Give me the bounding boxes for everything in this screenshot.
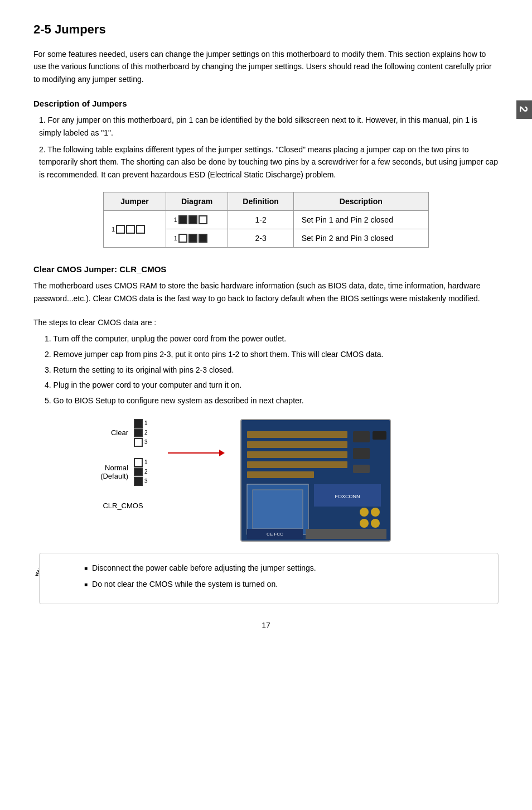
diagram-cell-12: 1 xyxy=(166,211,228,229)
col-diagram: Diagram xyxy=(166,192,228,211)
page-number: 17 xyxy=(33,621,499,630)
section-tab: 2 xyxy=(516,100,532,119)
clear-pin3 xyxy=(134,438,143,447)
clr-cmos-diagram-label: CLR_CMOS xyxy=(95,502,151,510)
svg-rect-3 xyxy=(247,451,347,458)
clr-cmos-section: Clear CMOS Jumper: CLR_CMOS The motherbo… xyxy=(33,264,499,408)
svg-rect-11 xyxy=(353,448,370,459)
svg-point-17 xyxy=(371,519,380,528)
warning-box: Disconnect the power cable before adjust… xyxy=(39,553,499,604)
definition-23: 2-3 xyxy=(228,229,293,248)
description-title: Description of Jumpers xyxy=(33,99,499,108)
normal-pin2 xyxy=(134,467,143,476)
arrow-line xyxy=(168,452,224,454)
svg-point-16 xyxy=(360,519,369,528)
clear-label: Clear xyxy=(78,428,128,437)
description-item1: 1. For any jumper on this motherboard, p… xyxy=(39,114,499,139)
svg-rect-12 xyxy=(353,465,370,473)
clear-pin1 xyxy=(134,419,143,428)
clr-cmos-intro: The motherboard uses CMOS RAM to store t… xyxy=(33,279,499,305)
description-12: Set Pin 1 and Pin 2 closed xyxy=(293,211,428,229)
svg-text:FOXCONN: FOXCONN xyxy=(335,494,360,499)
svg-text:CE FCC: CE FCC xyxy=(267,532,283,537)
warning-list: Disconnect the power cable before adjust… xyxy=(84,562,487,590)
clear-diagram: Clear 1 2 3 xyxy=(78,419,151,447)
step-4: 4. Plug in the power cord to your comput… xyxy=(45,379,499,392)
svg-rect-2 xyxy=(247,441,347,448)
svg-rect-13 xyxy=(373,431,386,440)
normal-pins: 1 2 3 xyxy=(134,458,151,486)
page-container: 2 2-5 Jumpers For some features needed, … xyxy=(0,0,532,652)
svg-rect-10 xyxy=(353,431,370,442)
clr-cmos-title: Clear CMOS Jumper: CLR_CMOS xyxy=(33,264,499,274)
normal-diagram: Normal (Default) 1 2 3 xyxy=(78,458,151,486)
clear-pins: 1 2 3 xyxy=(134,419,151,447)
page-title: 2-5 Jumpers xyxy=(33,22,499,37)
arrow-head xyxy=(219,450,228,456)
svg-rect-7 xyxy=(253,490,303,529)
step-3: 3. Return the setting to its original wi… xyxy=(45,364,499,377)
svg-rect-20 xyxy=(306,529,386,539)
description-section: Description of Jumpers 1. For any jumper… xyxy=(33,99,499,181)
step-1: 1. Turn off the computer, unplug the pow… xyxy=(45,332,499,346)
svg-rect-4 xyxy=(247,461,347,468)
normal-pin3 xyxy=(134,477,143,486)
pin-diagrams: Clear 1 2 3 xyxy=(78,419,151,510)
diagram-area: Clear 1 2 3 xyxy=(78,419,465,542)
step-2: 2. Remove jumper cap from pins 2-3, put … xyxy=(45,348,499,361)
col-jumper: Jumper xyxy=(104,192,166,211)
intro-paragraph: For some features needed, users can chan… xyxy=(33,48,499,85)
description-23: Set Pin 2 and Pin 3 closed xyxy=(293,229,428,248)
warning-section: WARNING! ! Disconnect the power cable be… xyxy=(39,553,499,604)
arrow-container xyxy=(168,452,224,454)
table-row: 1 1 1-2 Set Pin 1 and Pin 2 closed xyxy=(104,211,429,229)
motherboard-image: FOXCONN CE FCC xyxy=(240,419,391,542)
jumper-table: Jumper Diagram Definition Description 1 xyxy=(103,192,429,248)
normal-pin1 xyxy=(134,458,143,467)
warning-item-1: Disconnect the power cable before adjust… xyxy=(84,562,487,574)
col-definition: Definition xyxy=(228,192,293,211)
step-5: 5. Go to BIOS Setup to configure new sys… xyxy=(45,394,499,408)
svg-rect-1 xyxy=(247,431,347,438)
diagram-cell-23: 1 xyxy=(166,229,228,248)
steps-list: 1. Turn off the computer, unplug the pow… xyxy=(45,332,499,408)
definition-12: 1-2 xyxy=(228,211,293,229)
warning-item-2: Do not clear the CMOS while the system i… xyxy=(84,578,487,590)
description-item2: 2. The following table explains differen… xyxy=(39,143,499,181)
svg-point-15 xyxy=(371,508,380,517)
clear-pin2 xyxy=(134,428,143,437)
svg-point-14 xyxy=(360,508,369,517)
jumper-cell: 1 xyxy=(104,211,166,248)
normal-label: Normal (Default) xyxy=(78,464,128,480)
steps-title: The steps to clear CMOS data are : xyxy=(33,318,499,327)
svg-rect-5 xyxy=(247,471,314,478)
col-description: Description xyxy=(293,192,428,211)
